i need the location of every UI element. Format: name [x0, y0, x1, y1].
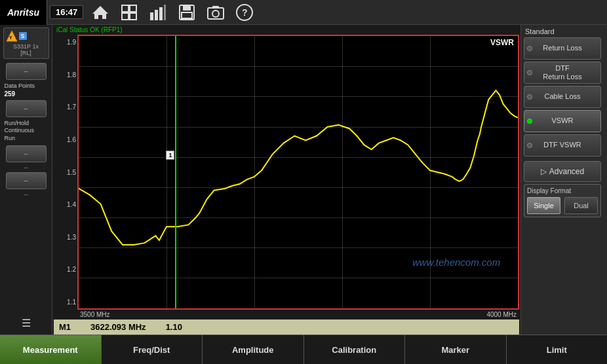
return-loss-indicator — [527, 46, 532, 51]
y-label-16: 1.6 — [67, 136, 76, 143]
tab-limit[interactable]: Limit — [507, 335, 608, 364]
left-btn-1[interactable]: -- — [6, 63, 47, 80]
watermark: www.tehencom.com — [412, 257, 500, 268]
vswr-button[interactable]: VSWR — [524, 110, 601, 132]
svg-text:Y: Y — [9, 35, 12, 40]
y-label-19: 1.9 — [67, 39, 76, 46]
svg-rect-11 — [182, 12, 192, 18]
main-content: Y S S331P 1x [RL] -- Data Points 259 -- … — [0, 25, 607, 335]
dtf-vswr-indicator — [527, 143, 532, 148]
dash-1: -- — [6, 164, 47, 171]
vswr-indicator — [527, 118, 532, 124]
cable-loss-indicator — [527, 94, 532, 100]
y-label-11: 1.1 — [67, 299, 76, 306]
freq-start: 3500 MHz — [80, 311, 110, 318]
svg-rect-10 — [183, 5, 191, 10]
chart-area: iCal Status OK (RFP1) 1.9 1.8 1.7 1.6 1.… — [52, 25, 520, 335]
dtf-return-indicator — [527, 70, 532, 75]
ical-status: iCal Status OK (RFP1) — [52, 25, 520, 35]
svg-marker-0 — [92, 6, 108, 19]
return-loss-label: Return Loss — [543, 44, 581, 52]
logo-text: Anritsu — [7, 7, 39, 18]
advanced-button[interactable]: ▷ Advanced — [524, 161, 601, 182]
svg-rect-6 — [155, 10, 158, 20]
top-bar: Anritsu 16:47 — [0, 0, 607, 25]
tab-amplitude[interactable]: Amplitude — [203, 335, 304, 364]
svg-point-13 — [212, 10, 219, 17]
run-hold-block: Run/Hold Continuous Run — [3, 118, 49, 144]
camera-button[interactable] — [203, 2, 229, 23]
home-button[interactable] — [87, 2, 113, 23]
tab-measurement[interactable]: Measurement — [0, 335, 102, 364]
marker-line — [175, 36, 176, 308]
y-label-12: 1.2 — [67, 266, 76, 273]
dtf-vswr-button[interactable]: DTF VSWR — [524, 134, 601, 156]
svg-rect-7 — [159, 7, 163, 20]
y-label-18: 1.8 — [67, 71, 76, 79]
left-panel: Y S S331P 1x [RL] -- Data Points 259 -- … — [0, 25, 52, 335]
display-format-options: Single Dual — [527, 197, 598, 214]
cable-loss-button[interactable]: Cable Loss — [524, 86, 601, 108]
dtf-vswr-label: DTF VSWR — [543, 141, 581, 149]
left-btn-2[interactable]: -- — [6, 100, 47, 117]
logo-area: Anritsu — [0, 0, 47, 25]
marker-readout: M1 3622.093 MHz 1.10 — [54, 319, 519, 335]
tab-calibration[interactable]: Calibration — [304, 335, 406, 364]
dash-2: -- — [6, 191, 47, 198]
s-label: S — [19, 32, 27, 40]
freq-end: 4000 MHz — [486, 311, 517, 318]
svg-rect-4 — [130, 13, 136, 20]
save-button[interactable] — [174, 2, 200, 23]
svg-rect-14 — [212, 6, 219, 9]
display-format-title: Display Format — [527, 187, 598, 194]
vswr-title: VSWR — [490, 38, 514, 47]
signal-button[interactable] — [145, 2, 171, 23]
svg-rect-3 — [122, 13, 128, 20]
format-single-button[interactable]: Single — [527, 197, 560, 214]
cable-loss-label: Cable Loss — [544, 92, 580, 101]
tab-marker[interactable]: Marker — [405, 335, 507, 364]
left-btn-3[interactable]: -- — [6, 145, 47, 162]
y-label-13: 1.3 — [67, 234, 76, 241]
dtf-return-loss-button[interactable]: DTFReturn Loss — [524, 62, 601, 84]
device-info: Y S S331P 1x [RL] — [3, 27, 49, 59]
right-panel: Standard Return Loss DTFReturn Loss Cabl… — [520, 25, 607, 335]
y-label-17: 1.7 — [67, 103, 76, 111]
svg-rect-5 — [150, 12, 153, 20]
tab-freq-dist[interactable]: Freq/Dist — [102, 335, 203, 364]
display-format-block: Display Format Single Dual — [524, 184, 601, 217]
y-label-14: 1.4 — [67, 201, 76, 208]
time-display: 16:47 — [50, 5, 83, 19]
marker-flag: 1 — [166, 151, 174, 160]
format-dual-button[interactable]: Dual — [564, 197, 598, 214]
svg-rect-1 — [122, 5, 128, 12]
vswr-label: VSWR — [552, 117, 574, 125]
marker-label: M1 — [59, 322, 71, 332]
marker-value: 1.10 — [166, 322, 182, 332]
svg-rect-8 — [164, 5, 166, 20]
svg-rect-2 — [130, 5, 136, 12]
data-points-block: Data Points 259 — [3, 81, 49, 99]
dtf-return-loss-label: DTFReturn Loss — [543, 64, 581, 81]
bottom-tabs: Measurement Freq/Dist Amplitude Calibrat… — [0, 335, 607, 364]
left-btn-4[interactable]: -- — [6, 172, 47, 189]
return-loss-button[interactable]: Return Loss — [524, 37, 601, 60]
menu-icon[interactable]: ☰ — [22, 317, 31, 329]
help-button[interactable]: ? — [231, 2, 258, 23]
svg-text:?: ? — [242, 7, 248, 18]
right-section-label: Standard — [524, 27, 604, 35]
device-name: S331P 1x [RL] — [6, 43, 47, 56]
y-label-15: 1.5 — [67, 169, 76, 176]
freq-axis: 3500 MHz 4000 MHz — [54, 310, 519, 319]
advanced-label: ▷ Advanced — [541, 167, 584, 176]
grid-button[interactable] — [116, 2, 142, 23]
marker-frequency: 3622.093 MHz — [90, 322, 146, 332]
